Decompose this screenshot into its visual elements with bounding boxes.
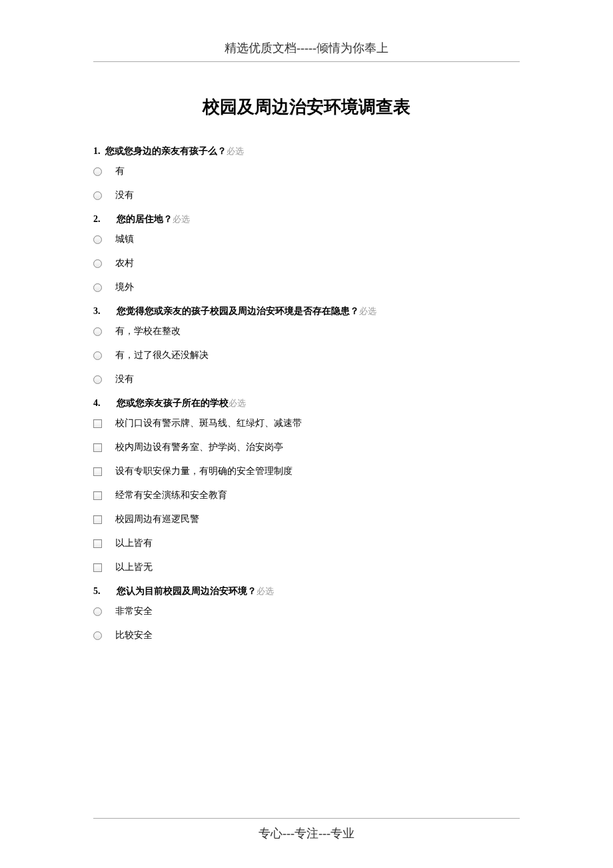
question-label: 您的居住地？ [117, 214, 173, 224]
option-label: 没有 [115, 189, 134, 201]
option[interactable]: 非常安全 [93, 605, 520, 617]
checkbox-icon[interactable] [93, 563, 102, 572]
option-label: 有，学校在整改 [115, 325, 181, 337]
checkbox-icon[interactable] [93, 491, 102, 500]
option[interactable]: 设有专职安保力量，有明确的安全管理制度 [93, 465, 520, 477]
option-label: 没有 [115, 373, 134, 385]
option[interactable]: 有，学校在整改 [93, 325, 520, 337]
document-page: 精选优质文档-----倾情为你奉上 校园及周边治安环境调查表 1.您或您身边的亲… [0, 0, 613, 868]
option[interactable]: 有，过了很久还没解决 [93, 349, 520, 361]
required-label: 必选 [173, 214, 190, 224]
option-label: 城镇 [115, 233, 134, 245]
option[interactable]: 比较安全 [93, 629, 520, 641]
radio-icon[interactable] [93, 283, 102, 292]
option-label: 比较安全 [115, 629, 153, 641]
radio-icon[interactable] [93, 259, 102, 268]
option-label: 境外 [115, 281, 134, 293]
radio-icon[interactable] [93, 327, 102, 336]
radio-icon[interactable] [93, 607, 102, 616]
question-text: 2.您的居住地？必选 [93, 213, 520, 225]
required-label: 必选 [359, 306, 376, 316]
checkbox-icon[interactable] [93, 419, 102, 428]
option[interactable]: 有 [93, 165, 520, 177]
question-number: 3. [93, 306, 101, 317]
option-label: 有，过了很久还没解决 [115, 349, 209, 361]
question-number: 4. [93, 398, 101, 409]
document-footer: 专心---专注---专业 [93, 818, 520, 841]
option-label: 有 [115, 165, 125, 177]
question-text: 5.您认为目前校园及周边治安环境？必选 [93, 585, 520, 597]
option[interactable]: 校内周边设有警务室、护学岗、治安岗亭 [93, 441, 520, 453]
question-text: 1.您或您身边的亲友有孩子么？必选 [93, 145, 520, 157]
question: 1.您或您身边的亲友有孩子么？必选有没有 [93, 145, 520, 201]
option[interactable]: 经常有安全演练和安全教育 [93, 489, 520, 501]
radio-icon[interactable] [93, 351, 102, 360]
radio-icon[interactable] [93, 375, 102, 384]
radio-icon[interactable] [93, 631, 102, 640]
option[interactable]: 校园周边有巡逻民警 [93, 513, 520, 525]
option[interactable]: 没有 [93, 189, 520, 201]
option-label: 农村 [115, 257, 134, 269]
option-label: 设有专职安保力量，有明确的安全管理制度 [115, 465, 293, 477]
option[interactable]: 以上皆有 [93, 537, 520, 549]
checkbox-icon[interactable] [93, 515, 102, 524]
question-text: 3.您觉得您或亲友的孩子校园及周边治安环境是否存在隐患？必选 [93, 305, 520, 317]
required-label: 必选 [229, 398, 246, 408]
question-label: 您认为目前校园及周边治安环境？ [117, 586, 257, 596]
option-label: 校园周边有巡逻民警 [115, 513, 199, 525]
option-label: 校内周边设有警务室、护学岗、治安岗亭 [115, 441, 283, 453]
option-label: 以上皆有 [115, 537, 153, 549]
option[interactable]: 校门口设有警示牌、斑马线、红绿灯、减速带 [93, 417, 520, 429]
option[interactable]: 城镇 [93, 233, 520, 245]
checkbox-icon[interactable] [93, 539, 102, 548]
question: 4.您或您亲友孩子所在的学校必选校门口设有警示牌、斑马线、红绿灯、减速带校内周边… [93, 397, 520, 573]
questions-container: 1.您或您身边的亲友有孩子么？必选有没有2.您的居住地？必选城镇农村境外3.您觉… [93, 145, 520, 641]
question-label: 您或您亲友孩子所在的学校 [117, 398, 229, 408]
required-label: 必选 [227, 146, 244, 156]
radio-icon[interactable] [93, 191, 102, 200]
checkbox-icon[interactable] [93, 467, 102, 476]
option[interactable]: 农村 [93, 257, 520, 269]
question: 2.您的居住地？必选城镇农村境外 [93, 213, 520, 293]
radio-icon[interactable] [93, 167, 102, 176]
question-text: 4.您或您亲友孩子所在的学校必选 [93, 397, 520, 409]
option-label: 非常安全 [115, 605, 153, 617]
question: 3.您觉得您或亲友的孩子校园及周边治安环境是否存在隐患？必选有，学校在整改有，过… [93, 305, 520, 385]
option-label: 经常有安全演练和安全教育 [115, 489, 227, 501]
question-number: 1. [93, 146, 105, 157]
option-label: 以上皆无 [115, 561, 153, 573]
radio-icon[interactable] [93, 235, 102, 244]
document-title: 校园及周边治安环境调查表 [93, 95, 520, 119]
option-label: 校门口设有警示牌、斑马线、红绿灯、减速带 [115, 417, 302, 429]
question: 5.您认为目前校园及周边治安环境？必选非常安全比较安全 [93, 585, 520, 641]
option[interactable]: 以上皆无 [93, 561, 520, 573]
option[interactable]: 没有 [93, 373, 520, 385]
required-label: 必选 [257, 586, 274, 596]
document-header: 精选优质文档-----倾情为你奉上 [93, 40, 520, 62]
question-number: 2. [93, 214, 101, 225]
question-number: 5. [93, 586, 101, 597]
checkbox-icon[interactable] [93, 443, 102, 452]
question-label: 您觉得您或亲友的孩子校园及周边治安环境是否存在隐患？ [117, 306, 359, 316]
question-label: 您或您身边的亲友有孩子么？ [105, 146, 227, 156]
option[interactable]: 境外 [93, 281, 520, 293]
